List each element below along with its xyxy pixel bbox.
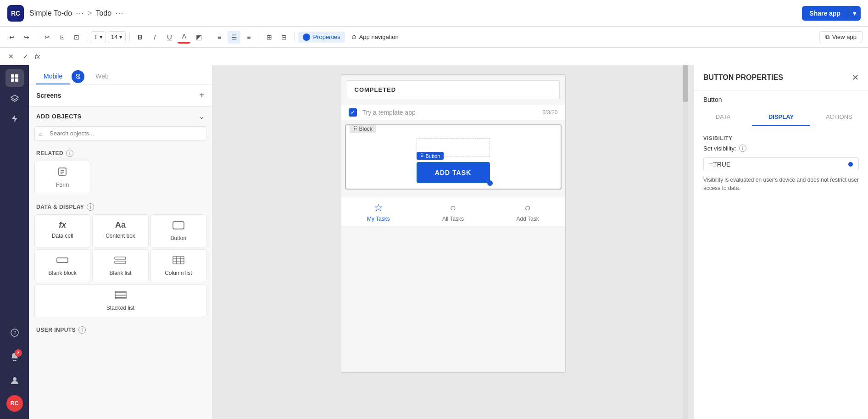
button-wrapper: ⠿ Button ADD TASK [417, 162, 490, 183]
table-insert-button[interactable]: ⊞ [263, 31, 276, 44]
align-right-button[interactable]: ≡ [242, 31, 255, 44]
link-icon: ⛓ [72, 70, 84, 83]
toolbar-sep-2 [87, 33, 87, 42]
app-navigation-button[interactable]: ⊙ App navigation [347, 32, 403, 42]
share-app-dropdown-icon[interactable]: ▾ [848, 6, 861, 21]
blank-list-object[interactable]: Blank list [92, 249, 148, 282]
panel-tabs: Mobile ⛓ Web [29, 65, 212, 84]
redo-button[interactable]: ↪ [20, 31, 33, 44]
undo-button[interactable]: ↩ [6, 31, 18, 44]
share-app-button[interactable]: Share app ▾ [802, 6, 861, 21]
sidebar-item-grid[interactable] [6, 69, 24, 87]
bold-button[interactable]: B [134, 31, 146, 44]
task-checkbox[interactable]: ✓ [349, 108, 357, 117]
font-type-selector[interactable]: T ▾ [91, 31, 106, 43]
tab-mobile[interactable]: Mobile [36, 69, 70, 84]
italic-button[interactable]: I [148, 31, 161, 44]
sidebar-item-bell[interactable]: 2 [6, 347, 24, 366]
content-box-object[interactable]: Aa Content box [92, 214, 148, 247]
formula-check-button[interactable]: ✓ [20, 51, 31, 62]
svg-rect-0 [11, 74, 14, 78]
toolbar: ↩ ↪ ✂ ⎘ ⊡ T ▾ 14 ▾ B I U A ◩ ≡ ☰ ≡ ⊞ ⊟ P… [0, 27, 868, 48]
canvas-vscroll[interactable] [683, 65, 688, 419]
button-resize-handle[interactable] [487, 180, 493, 186]
svg-text:?: ? [13, 330, 17, 336]
my-tasks-label: My Tasks [367, 216, 390, 222]
svg-rect-17 [173, 257, 184, 264]
blank-list-label: Blank list [109, 270, 131, 276]
block-container[interactable]: ⠿ Block ⠿ Button [345, 124, 562, 190]
highlight-button[interactable]: ◩ [192, 31, 205, 44]
toolbar-sep-4 [209, 33, 209, 42]
font-color-button[interactable]: A [178, 31, 190, 44]
paste-button[interactable]: ⊡ [70, 31, 83, 44]
align-left-button[interactable]: ≡ [213, 31, 226, 44]
blank-block-object[interactable]: Blank block [34, 249, 90, 282]
my-tasks-nav[interactable]: ☆ My Tasks [341, 197, 416, 226]
svg-rect-3 [15, 78, 18, 82]
my-tasks-icon: ☆ [374, 202, 383, 214]
form-object-icon [57, 167, 67, 179]
stacked-list-object[interactable]: Stacked list [34, 284, 206, 317]
data-display-info-icon[interactable]: i [87, 203, 94, 211]
stacked-list-icon [115, 290, 127, 302]
visibility-input-row[interactable]: =TRUE [703, 157, 859, 171]
objects-chevron-icon[interactable]: ⌄ [199, 112, 205, 121]
form-object[interactable]: Form [34, 161, 90, 194]
properties-button[interactable]: Properties [298, 32, 345, 43]
blank-block-icon [56, 255, 68, 267]
table-options-button[interactable]: ⊟ [278, 31, 290, 44]
all-tasks-icon: ○ [450, 202, 456, 214]
tab-actions[interactable]: ACTIONS [810, 109, 868, 126]
copy-button[interactable]: ⎘ [56, 31, 68, 44]
visibility-info-icon[interactable]: i [739, 145, 746, 152]
font-size-chevron: ▾ [119, 34, 122, 40]
add-task-nav[interactable]: ○ Add Task [490, 197, 565, 226]
visibility-section-label: VISIBILITY [703, 135, 859, 141]
set-visibility-row: Set visibility: i [703, 145, 859, 152]
sidebar-item-help[interactable]: ? [6, 324, 24, 342]
canvas-vscroll-thumb[interactable] [683, 65, 688, 102]
task-text[interactable]: Try a template app [362, 109, 537, 116]
font-size-selector[interactable]: 14 ▾ [108, 31, 126, 43]
app-nav-icon: ⊙ [351, 34, 356, 40]
svg-rect-14 [57, 258, 68, 263]
related-objects-grid: Form [29, 159, 212, 200]
sidebar-item-user[interactable] [6, 371, 24, 390]
align-center-button[interactable]: ☰ [228, 31, 240, 44]
formula-close-button[interactable]: ✕ [6, 51, 17, 62]
svg-rect-2 [11, 78, 14, 82]
tab-web[interactable]: Web [88, 69, 116, 84]
column-list-object[interactable]: Column list [150, 249, 206, 282]
search-input[interactable] [34, 126, 206, 140]
left-panel: Mobile ⛓ Web Screens + ADD OBJECTS ⌄ ⌕ [29, 65, 212, 419]
app-nav-label: App navigation [359, 34, 399, 40]
add-task-button[interactable]: ADD TASK [417, 162, 490, 183]
app-options-icon[interactable]: ⋯ [76, 8, 84, 18]
visibility-note: Visibility is evaluated on user's device… [703, 176, 859, 192]
svg-rect-13 [173, 222, 184, 229]
cut-button[interactable]: ✂ [41, 31, 54, 44]
user-inputs-info-icon[interactable]: i [78, 326, 86, 334]
page-options-icon[interactable]: ⋯ [115, 8, 123, 18]
view-app-button[interactable]: ⧉ View app [819, 31, 862, 43]
related-info-icon[interactable]: i [66, 150, 73, 157]
underline-button[interactable]: U [163, 31, 176, 44]
sidebar-item-lightning[interactable] [6, 109, 24, 128]
tab-data[interactable]: DATA [694, 109, 752, 126]
avatar[interactable]: RC [6, 395, 23, 412]
blank-list-icon [114, 255, 126, 267]
sidebar-item-layers[interactable] [6, 89, 24, 107]
task-date: 6/3/20 [542, 109, 557, 116]
tab-link-icon-wrap[interactable]: ⛓ [72, 70, 84, 83]
search-icon: ⌕ [39, 130, 43, 137]
data-cell-object[interactable]: fx Data cell [34, 214, 90, 247]
web-tab-label: Web [95, 73, 109, 80]
add-screen-button[interactable]: + [199, 90, 205, 101]
button-item-object[interactable]: Button [150, 214, 206, 247]
all-tasks-nav[interactable]: ○ All Tasks [416, 197, 490, 226]
formula-input[interactable] [44, 53, 862, 60]
tab-display[interactable]: DISPLAY [752, 109, 810, 126]
right-panel-subtitle: Button [694, 90, 868, 109]
close-right-panel-button[interactable]: ✕ [852, 73, 859, 83]
